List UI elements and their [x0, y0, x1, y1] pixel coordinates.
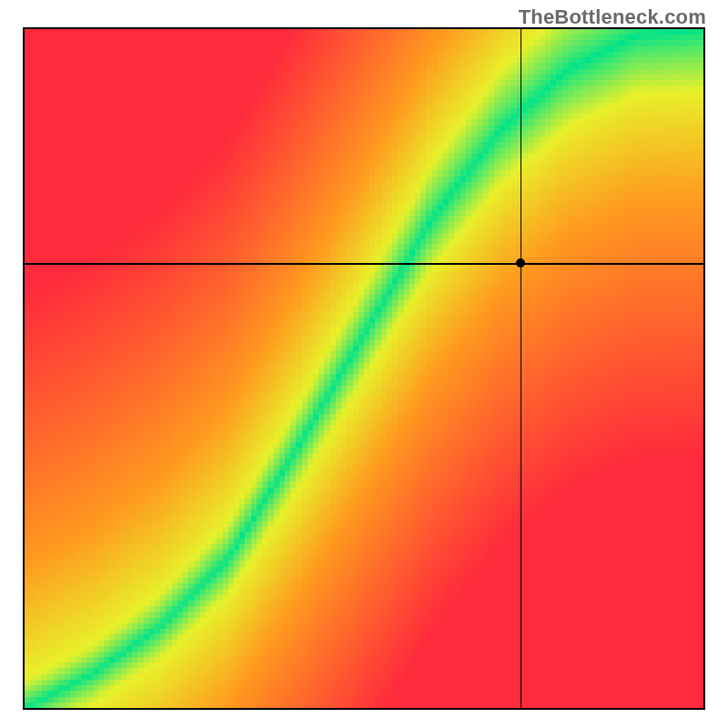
crosshair-marker	[516, 258, 525, 268]
chart-container: TheBottleneck.com	[0, 0, 728, 728]
crosshair-horizontal	[25, 263, 703, 265]
heatmap-canvas	[25, 29, 703, 708]
crosshair-vertical	[521, 29, 522, 708]
watermark-text: TheBottleneck.com	[519, 5, 706, 29]
plot-area	[23, 27, 705, 710]
